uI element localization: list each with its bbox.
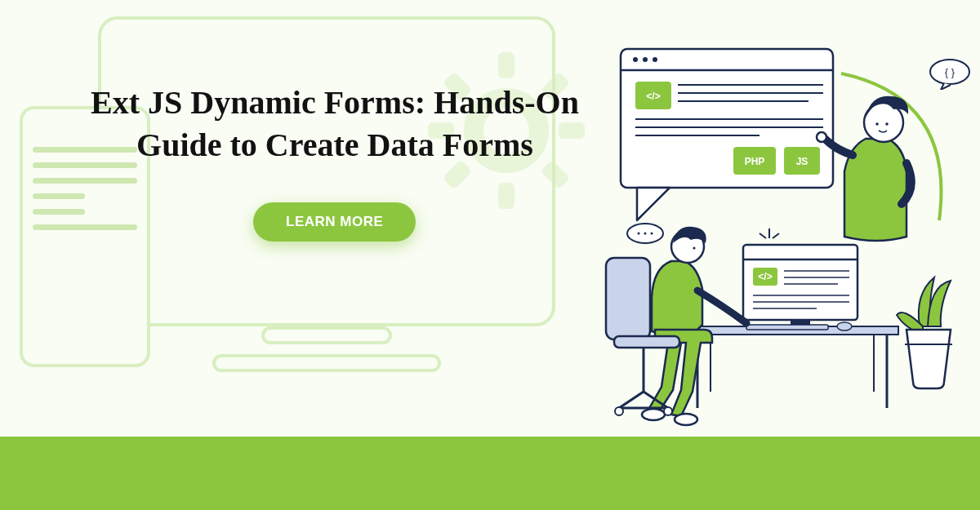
js-tag: JS <box>796 156 808 167</box>
svg-point-51 <box>642 409 665 420</box>
svg-point-48 <box>638 233 640 235</box>
svg-text:</>: </> <box>758 271 772 282</box>
desk-monitor-icon: </> <box>743 245 858 330</box>
svg-text:{ }: { } <box>945 66 956 78</box>
code-speech-bubble-icon: { } <box>928 57 972 90</box>
developer-illustration: </> PHP JS <box>514 33 972 432</box>
svg-point-25 <box>875 122 879 126</box>
footer-accent-bar <box>0 437 980 510</box>
svg-rect-54 <box>614 336 679 348</box>
svg-point-44 <box>837 322 852 330</box>
svg-line-63 <box>760 233 766 238</box>
learn-more-button[interactable]: LEARN MORE <box>253 202 416 242</box>
svg-point-12 <box>643 57 648 62</box>
code-icon: </> <box>646 91 660 102</box>
svg-point-49 <box>644 233 647 235</box>
svg-point-59 <box>615 407 623 415</box>
svg-rect-2 <box>498 183 514 209</box>
svg-point-60 <box>664 407 672 415</box>
browser-window-icon: </> PHP JS <box>621 49 833 220</box>
plant-icon <box>897 277 952 388</box>
php-tag: PHP <box>745 156 765 167</box>
svg-line-57 <box>619 392 644 408</box>
svg-point-26 <box>885 122 889 126</box>
svg-point-23 <box>817 132 826 142</box>
bg-monitor-stand <box>261 326 392 344</box>
svg-point-52 <box>675 414 697 425</box>
svg-point-46 <box>693 246 695 249</box>
svg-line-64 <box>773 233 779 238</box>
svg-point-13 <box>653 57 657 62</box>
svg-rect-53 <box>606 258 650 339</box>
svg-point-50 <box>651 233 653 235</box>
svg-rect-43 <box>746 325 828 330</box>
bg-monitor-base <box>212 354 441 372</box>
desk-icon <box>686 326 898 408</box>
svg-point-11 <box>633 57 638 62</box>
svg-rect-1 <box>498 52 514 78</box>
spark-icon <box>760 228 779 238</box>
